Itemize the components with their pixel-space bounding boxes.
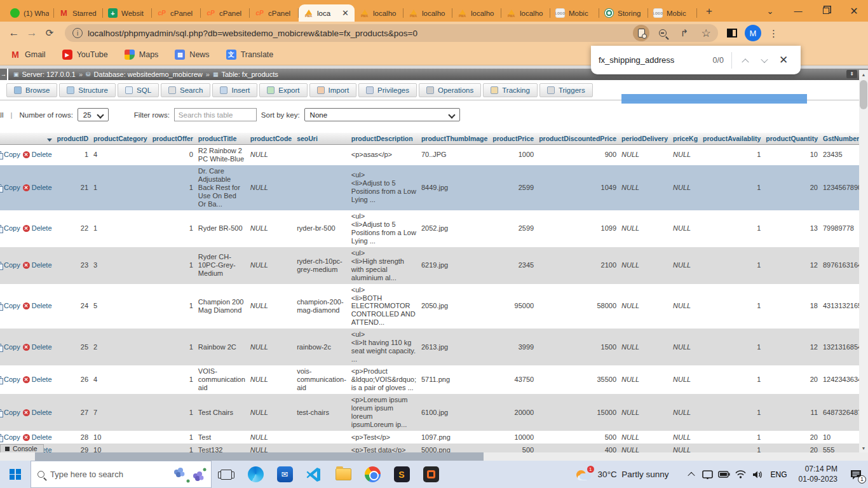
column-header-productDescription[interactable]: productDescription: [349, 133, 419, 145]
taskbar-app-edge[interactable]: [241, 461, 270, 488]
row-copy-link[interactable]: Copy: [0, 151, 20, 159]
reload-button[interactable]: ⟳: [41, 24, 58, 42]
cast-icon[interactable]: [700, 461, 716, 488]
vertical-scrollbar[interactable]: ▲ ▼: [859, 70, 868, 452]
column-header-priceKg[interactable]: priceKg: [670, 133, 700, 145]
row-delete-link[interactable]: ✕Delete: [23, 151, 52, 159]
scrollbar-down-arrow[interactable]: ▼: [859, 444, 868, 452]
row-delete-link[interactable]: ✕Delete: [23, 409, 52, 417]
taskbar-app-sublime[interactable]: S: [387, 461, 416, 488]
pma-tab-privileges[interactable]: Privileges: [358, 83, 417, 97]
bookmark-maps[interactable]: Maps: [125, 50, 159, 60]
site-info-icon[interactable]: i: [72, 28, 83, 38]
tab-close-icon[interactable]: ✕: [341, 8, 349, 18]
row-delete-link[interactable]: ✕Delete: [23, 224, 52, 233]
taskbar-app-chrome[interactable]: [358, 461, 387, 488]
scroll-to-top-icon[interactable]: ⇞: [846, 70, 857, 78]
browser-tab-11[interactable]: LOGOMobic: [550, 4, 599, 22]
wifi-icon[interactable]: [733, 461, 749, 488]
horizontal-scrollbar-thumb[interactable]: [35, 452, 484, 461]
filter-rows-input[interactable]: [174, 108, 257, 121]
column-header-productDiscountedPrice[interactable]: productDiscountedPrice: [536, 133, 619, 145]
weather-widget[interactable]: 1 30°C Partly sunny: [576, 468, 683, 482]
tray-overflow-chevron-icon[interactable]: [683, 461, 700, 488]
number-of-rows-select[interactable]: 25: [78, 108, 109, 121]
share-icon[interactable]: ↱: [676, 25, 693, 41]
pma-tab-tracking[interactable]: Tracking: [483, 83, 538, 97]
profile-avatar[interactable]: M: [745, 25, 761, 41]
column-header-productQuantity[interactable]: productQuantity: [763, 133, 820, 145]
column-header-productCategory[interactable]: productCategory: [91, 133, 150, 145]
start-button[interactable]: [0, 461, 31, 488]
language-indicator[interactable]: ENG: [766, 470, 792, 479]
find-bar[interactable]: fx_shipping_address 0/0 ✕: [591, 46, 801, 74]
browser-tab-6[interactable]: PMAloca✕: [299, 4, 355, 22]
find-previous-button[interactable]: [736, 51, 755, 70]
close-window-button[interactable]: ✕: [840, 0, 868, 22]
bookmark-translate[interactable]: 文Translate: [226, 50, 274, 60]
row-delete-link[interactable]: ✕Delete: [23, 184, 52, 192]
browser-tab-5[interactable]: cPcPanel: [250, 4, 299, 22]
taskbar-app-orange[interactable]: [416, 461, 445, 488]
pma-tab-sql[interactable]: SQL: [118, 83, 159, 97]
volume-icon[interactable]: [749, 461, 766, 488]
column-header-productCode[interactable]: productCode: [248, 133, 294, 145]
bookmark-star-icon[interactable]: ☆: [698, 25, 714, 41]
column-header-productTitle[interactable]: productTitle: [196, 133, 248, 145]
horizontal-scrollbar[interactable]: [0, 452, 868, 461]
pma-tab-import[interactable]: Import: [309, 83, 357, 97]
console-button[interactable]: Console: [0, 444, 44, 453]
select-all-arrow-icon[interactable]: [47, 139, 52, 142]
column-header-seoUri[interactable]: seoUri: [294, 133, 349, 145]
address-bar[interactable]: i localhost/phpmyadmin/sql.php?db=websit…: [65, 24, 718, 42]
browser-tab-7[interactable]: PMAlocalho: [355, 4, 403, 22]
vertical-scrollbar-thumb[interactable]: [860, 80, 867, 109]
row-delete-link[interactable]: ✕Delete: [23, 433, 52, 442]
browser-tab-10[interactable]: PMAlocalho: [501, 4, 550, 22]
breadcrumb-table[interactable]: Table: fx_products: [221, 71, 278, 78]
url-text[interactable]: localhost/phpmyadmin/sql.php?db=websited…: [88, 29, 633, 38]
new-tab-button[interactable]: +: [701, 3, 717, 20]
side-panel-icon[interactable]: [727, 29, 737, 37]
pma-tab-search[interactable]: Search: [161, 83, 210, 97]
find-in-page-icon[interactable]: [633, 25, 649, 41]
pma-tab-browse[interactable]: Browse: [6, 83, 57, 97]
restore-button[interactable]: [812, 0, 840, 22]
breadcrumb-server[interactable]: Server: 127.0.0.1: [22, 71, 76, 78]
column-header-periodDelivery[interactable]: periodDelivery: [619, 133, 670, 145]
clock[interactable]: 07:14 PM 01-09-2023: [792, 464, 844, 484]
battery-icon[interactable]: [716, 461, 733, 488]
breadcrumb-database[interactable]: Database: websitedemo_mobicrew: [94, 71, 203, 78]
scrollbar-up-arrow[interactable]: ▲: [859, 70, 868, 79]
column-header-productPrice[interactable]: productPrice: [490, 133, 536, 145]
bookmark-youtube[interactable]: ▶YouTube: [62, 50, 108, 60]
zoom-out-icon[interactable]: [654, 25, 671, 41]
taskbar-app-vscode[interactable]: [299, 461, 329, 488]
browser-tab-12[interactable]: Storing: [599, 4, 648, 22]
minimize-button[interactable]: —: [784, 0, 812, 22]
row-copy-link[interactable]: Copy: [0, 409, 20, 417]
row-copy-link[interactable]: Copy: [0, 433, 20, 442]
pma-tab-triggers[interactable]: Triggers: [539, 83, 593, 97]
row-delete-link[interactable]: ✕Delete: [23, 302, 52, 310]
browser-menu-icon[interactable]: ⋮: [769, 32, 778, 35]
row-delete-link[interactable]: ✕Delete: [23, 376, 52, 384]
browser-tab-8[interactable]: PMAlocalho: [403, 4, 452, 22]
pma-tab-operations[interactable]: Operations: [419, 83, 481, 97]
column-header-productOffer[interactable]: productOffer: [150, 133, 196, 145]
open-nav-panel-icon[interactable]: →: [0, 69, 7, 80]
column-header-productThumbImage[interactable]: productThumbImage: [419, 133, 490, 145]
column-header-productAvailablity[interactable]: productAvailablity: [700, 133, 763, 145]
row-copy-link[interactable]: Copy: [0, 302, 20, 310]
task-view-button[interactable]: [212, 461, 241, 488]
taskbar-search[interactable]: Type here to search: [31, 461, 212, 488]
bookmark-news[interactable]: ▤News: [175, 50, 209, 60]
taskbar-app-explorer[interactable]: [329, 461, 358, 488]
row-copy-link[interactable]: Copy: [0, 343, 20, 351]
find-close-button[interactable]: ✕: [774, 51, 793, 70]
browser-tab-2[interactable]: +Websit: [103, 4, 152, 22]
notification-center-button[interactable]: 1: [844, 461, 868, 488]
pma-tab-insert[interactable]: Insert: [212, 83, 257, 97]
browser-tab-3[interactable]: cPcPanel: [152, 4, 201, 22]
browser-tab-13[interactable]: LOGOMobic: [648, 4, 697, 22]
